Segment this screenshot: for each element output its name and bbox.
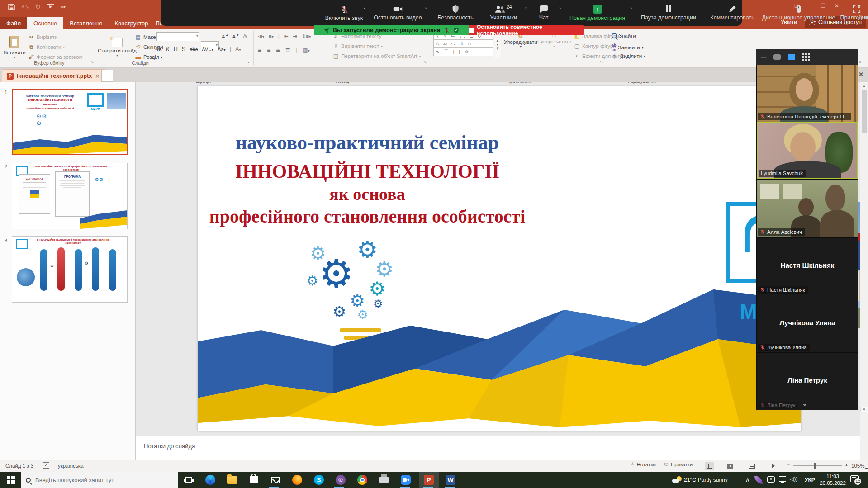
fax-icon[interactable] (378, 474, 390, 486)
store-icon[interactable] (248, 474, 260, 486)
chevron-up-icon[interactable]: ⌄ (424, 5, 428, 9)
tab-home[interactable]: Основне (27, 17, 63, 29)
shapes-row[interactable]: ∿ ⌒ { } ☆ (433, 48, 493, 56)
network-icon[interactable] (779, 476, 786, 482)
chevron-up-icon[interactable]: ⌄ (524, 5, 528, 9)
weather-widget[interactable]: 21°C Partly sunny (672, 472, 728, 488)
slide-sorter-view-button[interactable] (726, 462, 735, 470)
chevron-down-icon[interactable]: ⌄ (802, 399, 808, 407)
participant-video[interactable]: Валентина Парандій, експерт Н... (757, 65, 858, 122)
new-document-tab[interactable] (101, 70, 113, 82)
reading-view-button[interactable] (747, 462, 756, 470)
zoom-app-icon[interactable] (400, 474, 412, 486)
pause-share-button[interactable]: Пауза демонстрации (635, 0, 702, 26)
new-slide-button[interactable]: ✳ Створити слайд▾ (103, 31, 131, 64)
minimize-panel-icon[interactable]: — (761, 54, 766, 60)
participant-video-active[interactable]: Lyudmila Savchuk (757, 122, 858, 179)
shrink-font-icon[interactable]: A▼ (232, 33, 240, 39)
find-button[interactable]: Знайти (612, 33, 636, 38)
smartart-button[interactable]: ◫Перетворити на об'єкт SmartArt▾ (332, 53, 421, 59)
shapes-row[interactable]: △ ▱ ⇨ ⇩ ⌂ (433, 40, 493, 48)
align-left-icon[interactable]: ≡ (258, 47, 261, 54)
tray-camera-icon[interactable] (767, 476, 775, 483)
grow-font-icon[interactable]: A▲ (222, 33, 229, 39)
fit-slide-icon[interactable] (865, 463, 868, 469)
chat-button[interactable]: Чат ⌄ (528, 0, 560, 26)
slideshow-view-button[interactable] (768, 462, 777, 470)
italic-button[interactable]: К (166, 46, 170, 52)
section-button[interactable]: ▬Розділ▾ (135, 54, 162, 60)
normal-view-button[interactable] (705, 462, 714, 470)
copy-button[interactable]: ⧉Копіювати▾ (28, 44, 65, 50)
participant-tile[interactable]: Настя Шкільняк Настя Шкільняк (757, 238, 858, 295)
scrollbar-thumb[interactable] (862, 90, 867, 133)
redo-icon[interactable]: ↻ (35, 3, 41, 11)
underline-button[interactable]: П (173, 46, 177, 52)
strike-ab-button[interactable]: abc (190, 47, 198, 52)
file-explorer-icon[interactable] (226, 474, 238, 486)
collapse-ribbon-icon[interactable]: ∧ (859, 59, 862, 64)
notes-panel[interactable]: Нотатки до слайда (136, 436, 868, 460)
align-text-button[interactable]: ⇳Вирівняти текст▾ (332, 43, 383, 49)
search-input[interactable] (35, 477, 166, 483)
task-view-icon[interactable] (183, 474, 194, 486)
tab-file[interactable]: Файл (0, 17, 27, 29)
stop-video-button[interactable]: Остановить видео ⌄ (370, 0, 426, 26)
more-shapes-icon[interactable]: ⊽ (496, 47, 498, 51)
powerpoint-icon[interactable]: P (423, 474, 435, 486)
remote-control-button[interactable]: Дистанционное управление (761, 0, 836, 26)
slide-thumbnail-3[interactable]: ІННОВАЦІЙНІ ТЕХНОЛОГІЇ професійного стан… (12, 236, 128, 303)
notification-center-icon[interactable]: 12 (850, 475, 859, 482)
align-right-icon[interactable]: ≡ (276, 47, 280, 54)
spellcheck-icon[interactable]: ✓ (43, 462, 49, 469)
tab-insert[interactable]: Вставлення (63, 17, 108, 29)
close-tab-icon[interactable]: ✕ (95, 73, 100, 80)
tray-expand-icon[interactable]: ∧ (745, 476, 750, 483)
paste-button[interactable]: Вставити▾ (4, 31, 25, 64)
customize-qat-icon[interactable]: ═▾ (61, 5, 66, 9)
zoom-out-button[interactable]: − (787, 462, 790, 468)
firefox-icon[interactable] (291, 474, 303, 486)
document-tab[interactable]: P Інноваційні технології.pptx ✕ (2, 69, 105, 82)
chevron-up-icon[interactable]: ⌄ (559, 5, 562, 9)
skype-icon[interactable]: S (313, 474, 325, 486)
mail-icon[interactable] (270, 474, 281, 486)
numbering-icon[interactable]: ≡▾ (269, 33, 274, 39)
slide-thumbnail-1[interactable]: науково-практичний семінар ІННОВАЦІЙНІ Т… (12, 89, 128, 155)
scroll-up-icon[interactable]: ▲ (860, 82, 868, 88)
slide-counter[interactable]: Слайд 1 з 3 (5, 463, 33, 469)
decrease-indent-icon[interactable]: ⇤ (284, 33, 289, 39)
comments-toggle[interactable]: 🗨Примітки (664, 462, 693, 467)
zoom-level[interactable]: 105% (851, 463, 864, 469)
new-share-button[interactable]: ↑ Новая демонстрация ⌄ (562, 0, 632, 26)
increase-indent-icon[interactable]: ⇥ (293, 33, 297, 39)
slide-canvas[interactable]: науково-практичний семінар ІННОВАЦІЙНІ Т… (198, 86, 801, 431)
save-icon[interactable] (8, 4, 15, 10)
columns-icon[interactable]: ▥▾ (303, 47, 309, 53)
taskbar-search[interactable] (21, 472, 178, 488)
slide-thumbnail-2[interactable]: ІННОВАЦІЙНІ ТЕХНОЛОГІЇ професійного стан… (12, 163, 128, 229)
cut-button[interactable]: ✂Вирізати (28, 34, 57, 40)
participant-tile[interactable]: Ліна Петрук Ліна Петрук ⌄ (757, 353, 858, 410)
language-indicator[interactable]: українська (58, 463, 84, 469)
chevron-up-icon[interactable]: ⌄ (630, 5, 633, 9)
replace-button[interactable]: abacЗамінити▾ (612, 43, 644, 52)
font-name-combo[interactable] (156, 32, 199, 41)
gallery-view-icon[interactable] (788, 54, 795, 60)
scroll-down-icon[interactable]: ▼ (496, 43, 499, 46)
notes-placeholder[interactable]: Нотатки до слайда (136, 436, 868, 450)
clear-formatting-icon[interactable]: A̸ (243, 33, 247, 39)
start-button[interactable] (5, 474, 17, 486)
slideshow-icon[interactable]: ▶ (47, 4, 54, 9)
vertical-scrollbar[interactable]: ▲ ▼ (860, 82, 868, 460)
security-button[interactable]: Безопасность (431, 0, 480, 26)
font-color-button[interactable]: А▾ (235, 46, 241, 52)
participant-video[interactable]: Алла Авсієвич (757, 180, 858, 237)
bold-button[interactable]: Ж (157, 46, 162, 52)
slide-text-block[interactable]: науково-практичний семінар ІННОВАЦІЙНІ Т… (202, 131, 532, 227)
close-pane-icon[interactable]: ✕ (859, 71, 863, 78)
speaker-view-icon[interactable] (773, 54, 781, 60)
participants-button[interactable]: 24 Участники ⌄ (481, 0, 526, 26)
participant-tile[interactable]: Лучнікова Уляна Лучнікова Уляна (757, 295, 858, 352)
edge-icon[interactable] (204, 474, 216, 486)
